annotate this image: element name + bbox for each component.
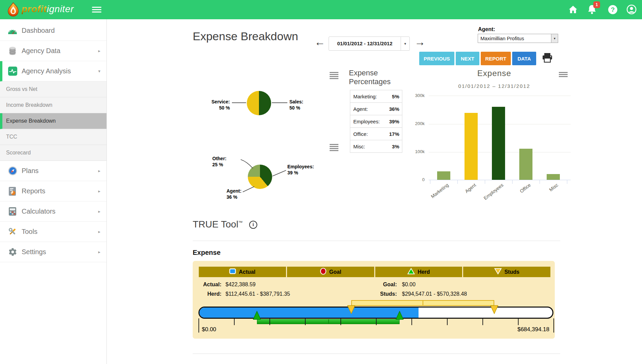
- actual-label: Actual:: [193, 282, 221, 288]
- bar-chart-menu-icon[interactable]: [559, 72, 568, 78]
- sidebar-subitem-scorecard[interactable]: Scorecard: [0, 145, 106, 161]
- percent-table-row: Office:17%: [350, 128, 402, 140]
- app-header: profitigniter 1 ?: [0, 0, 642, 19]
- sidebar-label: Agency Data: [22, 47, 61, 55]
- bar-marketing[interactable]: [437, 171, 450, 180]
- herd-value: $112,445.61 - $387,791.35: [225, 291, 290, 297]
- pie-chart2-menu-icon[interactable]: [330, 144, 338, 152]
- row-value: 17%: [389, 131, 402, 137]
- menu-burger-icon[interactable]: [92, 7, 101, 13]
- pie1-right-connector: [272, 102, 287, 103]
- row-value: 36%: [389, 106, 402, 112]
- pie1-left-connector: [232, 102, 246, 103]
- home-icon[interactable]: [569, 5, 577, 15]
- gauge-scale-tick: [411, 318, 412, 325]
- previous-period-arrow-icon[interactable]: ←: [314, 36, 325, 48]
- previous-button[interactable]: PREVIOUS: [419, 52, 454, 65]
- print-icon[interactable]: [542, 53, 553, 64]
- bar-agent[interactable]: [465, 113, 478, 180]
- legend-cell-goal[interactable]: Goal: [287, 267, 374, 277]
- chevron-right-icon: ▸: [98, 209, 100, 214]
- studs-low-marker-icon[interactable]: [347, 305, 355, 315]
- bar-chart-plot-area: 300k200k100k0MarketingAgentEmployeesOffi…: [429, 96, 571, 180]
- sidebar-item-agency-data[interactable]: Agency Data ▸: [0, 41, 106, 61]
- legend-cell-studs[interactable]: Studs: [463, 267, 550, 277]
- expense-gauge-bar[interactable]: [198, 307, 553, 319]
- chevron-right-icon: ▸: [98, 48, 100, 53]
- x-axis-tick: [457, 180, 458, 184]
- date-range-value: 01/01/2012 - 12/31/2012: [329, 37, 401, 50]
- sidebar-item-tools[interactable]: Tools ▸: [0, 222, 106, 242]
- callout-label: Service:: [201, 99, 230, 105]
- notification-badge[interactable]: 1: [593, 1, 600, 8]
- sidebar-subitem-tcc[interactable]: TCC: [0, 129, 106, 145]
- herd-high-marker-icon[interactable]: [396, 311, 404, 321]
- account-icon[interactable]: [626, 4, 637, 16]
- percent-table-row: Marketing:5%: [350, 90, 402, 103]
- legend-cell-actual[interactable]: Actual: [199, 267, 286, 277]
- legend-label: Studs: [504, 269, 519, 275]
- bar-misc[interactable]: [547, 174, 560, 180]
- sidebar-subitem-gross-vs-net[interactable]: Gross vs Net: [0, 81, 106, 97]
- help-glyph: ?: [611, 6, 615, 13]
- x-axis-tick: [567, 180, 567, 184]
- info-glyph: i: [253, 222, 254, 227]
- agent-select[interactable]: Maximillian Profitus ▾: [478, 34, 558, 43]
- bar-chart-title: Expense: [428, 69, 561, 78]
- y-axis-tick-label: 100k: [410, 149, 425, 154]
- legend-cell-herd[interactable]: Herd: [375, 267, 462, 277]
- row-value: 5%: [392, 94, 402, 99]
- brand-igniter: igniter: [47, 4, 74, 14]
- next-period-arrow-icon[interactable]: →: [414, 36, 425, 48]
- legend-label: Goal: [329, 269, 341, 275]
- data-button[interactable]: DATA: [512, 52, 536, 65]
- y-axis-tick-label: 200k: [410, 121, 425, 126]
- sidebar-subitem-income-breakdown[interactable]: Income Breakdown: [0, 97, 106, 113]
- sidebar-item-calculators[interactable]: Calculators ▸: [0, 201, 106, 222]
- gauge-scale-tick: [553, 318, 554, 333]
- true-tool-section-title: Expense: [193, 249, 220, 257]
- sidebar-item-reports[interactable]: Reports ▸: [0, 181, 106, 201]
- date-range-picker[interactable]: 01/01/2012 - 12/31/2012 ▾: [329, 37, 410, 51]
- sales-service-pie-chart[interactable]: [247, 91, 271, 115]
- gold-triangle-down-icon: [494, 268, 502, 276]
- caret-down-icon[interactable]: ▾: [401, 37, 409, 50]
- bar-office[interactable]: [519, 149, 532, 180]
- gauge-scale-tick: [198, 318, 199, 333]
- bar-employees[interactable]: [492, 107, 505, 180]
- agent-label: Agent:: [478, 26, 495, 32]
- help-icon[interactable]: ?: [608, 5, 617, 14]
- gauge-scale-tick: [376, 318, 377, 325]
- green-triangle-up-icon: [407, 268, 415, 276]
- sidebar-subitem-expense-breakdown[interactable]: Expense Breakdown: [0, 113, 106, 129]
- subitem-label: Gross vs Net: [6, 86, 37, 92]
- studs-range-bracket[interactable]: [351, 300, 494, 306]
- studs-high-marker-icon[interactable]: [490, 305, 498, 315]
- brand-profit: profit: [22, 4, 47, 14]
- report-button[interactable]: REPORT: [481, 52, 511, 65]
- x-axis-tick: [512, 180, 513, 184]
- pie-chart-menu-icon[interactable]: [330, 72, 338, 80]
- info-icon[interactable]: i: [249, 221, 257, 229]
- gauge-scale-tick: [269, 318, 270, 325]
- goal-label: Goal:: [352, 282, 397, 288]
- herd-range-bracket[interactable]: [257, 319, 400, 324]
- sidebar-label: Reports: [22, 187, 45, 195]
- flame-logo-icon: [6, 2, 20, 18]
- select-arrow-icon[interactable]: ▾: [551, 34, 558, 43]
- percent-table-row: Misc:3%: [350, 140, 402, 153]
- true-tool-panel: ActualGoalHerdStuds Actual: $422,388.59 …: [193, 261, 555, 339]
- sidebar-item-agency-analysis[interactable]: Agency Analysis ▾: [0, 61, 106, 81]
- next-button[interactable]: NEXT: [456, 52, 479, 65]
- sidebar-item-dashboard[interactable]: Dashboard: [0, 21, 106, 41]
- sidebar-label: Tools: [22, 228, 38, 236]
- bar-x-label: Misc: [528, 182, 559, 208]
- sidebar-item-settings[interactable]: Settings ▸: [0, 242, 106, 262]
- herd-mid-divider: [328, 319, 329, 324]
- sidebar-item-plans[interactable]: Plans ▸: [0, 161, 106, 181]
- true-tool-legend: ActualGoalHerdStuds: [199, 267, 550, 277]
- sidebar-label: Dashboard: [22, 27, 55, 34]
- herd-low-marker-icon[interactable]: [253, 311, 261, 321]
- x-axis-tick: [540, 180, 540, 184]
- legend-label: Herd: [418, 269, 430, 275]
